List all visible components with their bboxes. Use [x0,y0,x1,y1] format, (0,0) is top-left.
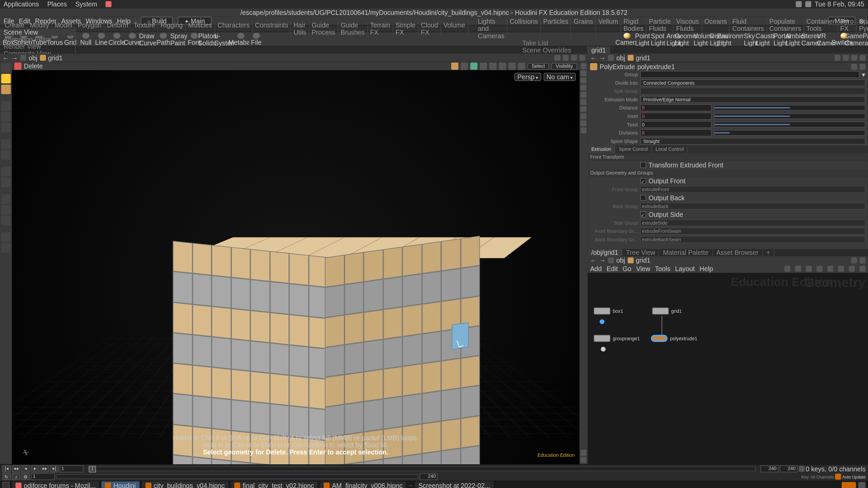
chevron-down-icon[interactable]: ▾ [862,70,866,78]
pin-icon[interactable] [834,55,841,61]
prev-key-button[interactable]: ◂◂ [12,465,20,472]
os-menu-applications[interactable]: Applications [4,1,39,8]
nmenu-view[interactable]: View [636,265,650,272]
back-icon[interactable]: ← [590,257,596,264]
display-opt-icon[interactable] [580,70,587,76]
display-opt-icon[interactable] [580,78,587,84]
globe-icon[interactable] [563,55,569,61]
display-opt-icon[interactable] [580,120,587,126]
op-name-field[interactable]: polyextrude1 [637,63,849,70]
netopt-icon[interactable] [816,266,823,272]
task-houdini[interactable]: Houdini [102,481,139,488]
subtab-spine[interactable]: Spine Control [615,145,652,153]
node-box1[interactable]: box1 [594,307,623,314]
task-file2[interactable]: final_city_test_v02.hipnc [231,481,317,488]
shelf-tool-circle[interactable]: Circle [110,33,124,46]
shelf-tool-null[interactable]: Null [79,33,93,46]
nmenu-go[interactable]: Go [623,265,631,272]
nmenu-add[interactable]: Add [590,265,601,272]
pane-tab[interactable]: Animation Editor [0,36,76,43]
sel-edges-icon[interactable] [461,63,468,70]
param-tab[interactable]: grid1 [588,46,610,54]
tool-magnet3[interactable] [1,216,11,225]
back-icon[interactable]: ← [2,54,9,61]
display-opt-icon[interactable] [580,113,587,119]
back-icon[interactable]: ← [590,54,596,61]
node-polyextrude1[interactable]: polyextrude1 [651,335,697,342]
maximize-icon[interactable] [860,257,866,263]
pane-tab[interactable]: Scene View [0,28,76,36]
output-side-checkbox[interactable] [640,211,646,218]
display-opt-icon[interactable] [580,457,587,463]
tool-rotate[interactable] [1,112,11,122]
display-opt-icon[interactable] [580,63,587,69]
workspace-switcher[interactable] [842,482,856,488]
sel-opt4-icon[interactable] [518,63,525,70]
node-grid1[interactable]: grid1 [652,307,682,314]
realtime-icon[interactable] [798,466,805,472]
maximize-icon[interactable] [860,55,866,61]
shelf-tool-curve[interactable]: Curve [125,33,139,46]
trash-icon[interactable] [859,482,866,488]
netopt-icon[interactable] [806,266,812,272]
firefox-icon[interactable] [105,1,112,7]
range-end-field[interactable]: 240 [761,465,778,472]
last-frame-button[interactable]: ▸| [50,465,59,472]
next-key-button[interactable]: ▸▸ [41,465,49,472]
timeline-track[interactable]: 1 [88,466,755,471]
pin-icon[interactable] [554,55,560,61]
task-file1[interactable]: city_buildings_v04.hipnc [142,481,228,488]
subtab-extrusion[interactable]: Extrusion [588,145,615,153]
tool-snap2[interactable] [1,150,11,160]
distance-slider[interactable] [714,105,866,111]
range-start-field[interactable]: 1 [31,473,55,480]
autoupdate-icon[interactable] [835,474,841,480]
shelf-title[interactable]: Guide Process [309,21,338,36]
tool-camera[interactable] [1,178,11,187]
select-menu[interactable]: Select [528,63,549,69]
task-file3[interactable]: AM_finalcity_v006.hipnc [320,481,406,488]
shelf-tool-line[interactable]: Line [94,33,108,46]
shelf-tool-caustic-light[interactable]: Caustic Light [760,33,774,46]
tool-light[interactable] [1,167,11,176]
netopt-icon[interactable] [838,266,844,272]
current-frame-field[interactable]: 1 [60,465,83,472]
path-obj[interactable]: obj [616,54,625,61]
inset-slider[interactable] [714,113,866,119]
nmenu-help[interactable]: Help [699,265,713,272]
audio-button[interactable]: ♪ [12,473,20,480]
shelf-title[interactable]: Collisions [507,18,541,39]
tool-scale[interactable] [1,123,11,132]
tool-magnet[interactable] [1,194,11,204]
shelf-tool-path[interactable]: Path [156,33,171,46]
forward-icon[interactable]: → [599,54,606,61]
ntab-asset[interactable]: Asset Browser [713,249,763,256]
persp-chip[interactable]: Persp ▾ [514,73,541,81]
pane-tab[interactable]: Scene Overrides [519,46,588,54]
pin-icon[interactable] [851,257,857,263]
shelf-tool-spray-paint[interactable]: Spray Paint [172,33,186,46]
netopt-icon[interactable] [795,266,801,272]
shelf-title[interactable]: Simple FX [393,21,418,36]
bypass-flag-icon[interactable] [601,347,606,351]
playhead[interactable]: 1 [89,466,96,472]
play-fwd-button[interactable]: ▸ [31,465,39,472]
sel-opt1-icon[interactable] [489,63,496,70]
output-front-checkbox[interactable] [640,178,646,184]
range-end2-field[interactable]: 240 [420,473,438,480]
nmenu-layout[interactable]: Layout [675,265,695,272]
tool-magnet2[interactable] [1,205,11,215]
node-grouprange1[interactable]: grouprange1 [594,335,640,342]
gear-icon[interactable] [843,55,849,61]
flag-icon[interactable] [851,63,857,69]
tool-lasso[interactable] [1,85,11,94]
twist-field[interactable]: 0 [640,121,712,128]
shelf-title[interactable]: Guide Brushes [338,21,368,36]
viewport-canvas[interactable]: Persp ▾ No cam ▾ Hold A or Ctrl+A or Shi… [12,70,579,464]
display-opt-icon[interactable] [580,450,587,456]
auto-update-label[interactable]: Auto Update [842,475,865,479]
sel-verts-icon[interactable] [480,63,487,70]
shelf-tool-environment-light[interactable]: Environment Light [728,33,743,46]
range-slider[interactable] [56,474,418,479]
npath-obj[interactable]: obj [616,257,625,264]
